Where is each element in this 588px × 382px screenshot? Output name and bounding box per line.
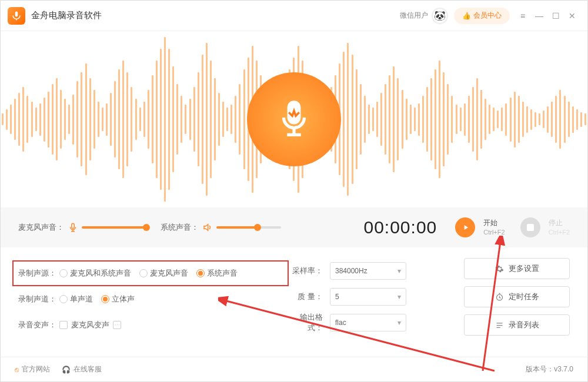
waveform-area (1, 31, 587, 207)
format-dropdown[interactable]: flac (330, 314, 406, 331)
avatar[interactable]: 🐼 (432, 8, 448, 24)
official-site-link[interactable]: ⎋ 官方网站 (15, 364, 50, 374)
sample-rate-dropdown[interactable]: 384000Hz (330, 262, 406, 280)
radio-mic-and-system[interactable]: 麦克风和系统声音 (59, 268, 131, 279)
system-volume-label: 系统声音： (161, 222, 199, 233)
minimize-button[interactable]: — (531, 8, 547, 24)
wechat-user-label: 微信用户 (400, 11, 428, 21)
stop-button-text: 停止 Ctrl+F2 (549, 219, 570, 236)
sample-rate-label: 采样率： (289, 266, 323, 276)
thumbs-up-icon: 👍 (462, 12, 471, 20)
radio-system-only[interactable]: 系统声音 (196, 268, 238, 279)
channel-label: 录制声道： (18, 294, 59, 304)
quality-dropdown[interactable]: 5 (330, 288, 406, 306)
timer-task-button[interactable]: 定时任务 (464, 286, 570, 307)
speaker-icon (202, 222, 213, 233)
mic-volume-label: 麦克风声音： (18, 222, 64, 233)
vip-center-button[interactable]: 👍 会员中心 (454, 8, 510, 24)
footer: ⎋ 官方网站 🎧 在线客服 版本号：v3.7.0 (1, 357, 587, 381)
version-label: 版本号：v3.7.0 (526, 364, 573, 374)
list-icon (495, 321, 504, 330)
radio-mic-only[interactable]: 麦克风声音 (139, 268, 188, 279)
voice-change-row: 录音变声： 麦克风变声 ⋯ (18, 312, 289, 338)
voice-change-settings-icon[interactable]: ⋯ (113, 321, 121, 329)
svg-rect-1 (72, 223, 75, 228)
mic-volume-slider[interactable] (82, 226, 146, 229)
app-title: 金舟电脑录音软件 (31, 10, 102, 21)
radio-stereo[interactable]: 立体声 (101, 294, 135, 304)
source-row-highlight: 录制声源： 麦克风和系统声音 麦克风声音 系统声音 (12, 260, 289, 286)
radio-mono[interactable]: 单声道 (59, 294, 93, 304)
globe-icon: ⎋ (15, 366, 19, 374)
menu-button[interactable]: ≡ (514, 8, 531, 24)
app-logo (8, 7, 25, 25)
gear-icon (495, 264, 504, 273)
voice-change-label: 录音变声： (18, 320, 59, 330)
settings-area: 录制声源： 麦克风和系统声音 麦克风声音 系统声音 录制声道： 单声道 立体声 … (1, 247, 587, 357)
stopwatch-icon (495, 293, 504, 301)
recording-timer: 00:00:00 (363, 217, 437, 237)
voice-change-checkbox[interactable] (59, 321, 68, 329)
recording-list-button[interactable]: 录音列表 (464, 314, 570, 336)
recorder-center-icon (247, 72, 341, 166)
quality-label: 质 量： (289, 291, 323, 302)
microphone-icon (68, 222, 78, 233)
close-button[interactable]: ✕ (564, 8, 580, 24)
system-volume-slider[interactable] (216, 226, 281, 229)
start-button[interactable] (455, 217, 475, 237)
maximize-button[interactable]: ☐ (547, 8, 564, 24)
headset-icon: 🎧 (62, 366, 71, 374)
start-button-text: 开始 Ctrl+F2 (483, 219, 505, 236)
controls-row: 麦克风声音： 系统声音： 00:00:00 开始 Ctrl+F2 停止 Ctrl… (1, 207, 587, 247)
online-support-link[interactable]: 🎧 在线客服 (62, 364, 102, 374)
source-label: 录制声源： (18, 268, 59, 279)
app-window: 金舟电脑录音软件 微信用户 🐼 👍 会员中心 ≡ — ☐ ✕ 麦克风声音： 系统… (0, 0, 588, 382)
format-label: 输出格式： (289, 312, 323, 333)
stop-button[interactable] (520, 217, 540, 237)
titlebar: 金舟电脑录音软件 微信用户 🐼 👍 会员中心 ≡ — ☐ ✕ (1, 1, 587, 31)
channel-row: 录制声道： 单声道 立体声 (18, 286, 289, 312)
more-settings-button[interactable]: 更多设置 (464, 258, 570, 279)
